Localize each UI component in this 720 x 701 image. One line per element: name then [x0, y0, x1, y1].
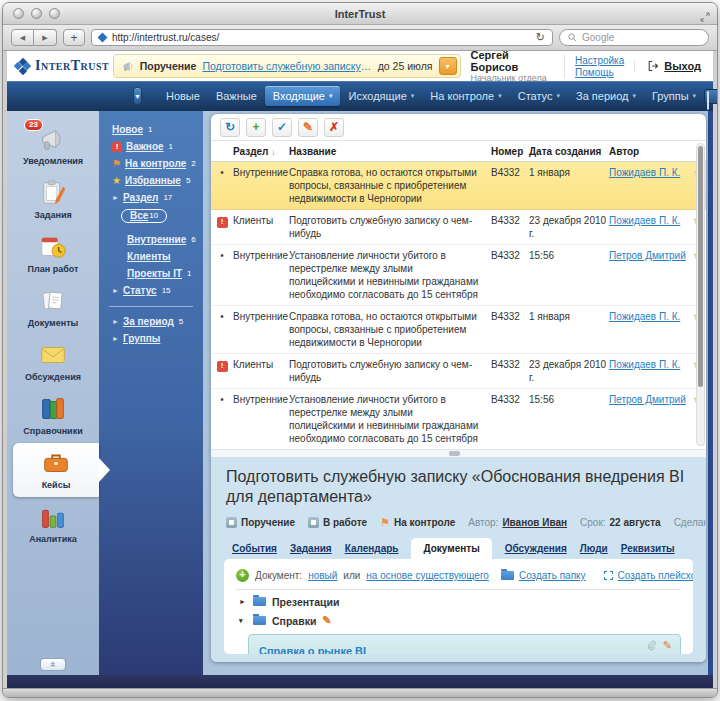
intertrust-logo[interactable]: InterTrust [15, 58, 113, 74]
table-row[interactable]: • Внутренние Установление личности убито… [211, 389, 706, 449]
column-date[interactable]: Дата создания [529, 146, 609, 157]
address-bar[interactable]: http://intertrust.ru/cases/ ↻ [91, 29, 553, 46]
tab-calendar[interactable]: Календарь [345, 543, 399, 559]
sidebar-item-analytics[interactable]: Аналитика [7, 497, 99, 551]
zoom-window-button[interactable] [49, 8, 60, 19]
author-link[interactable]: Пожидаев П. К. [609, 359, 680, 370]
tree-item-important[interactable]: !Важное1 [99, 138, 203, 155]
column-section[interactable]: Раздел ↓ [233, 146, 289, 157]
settings-link[interactable]: Настройка [575, 55, 624, 66]
nav-dropdown-button[interactable]: ▼ [133, 87, 142, 105]
table-row[interactable]: ! Клиенты Подготовить служебную записку … [211, 354, 706, 389]
folder-row-presentations[interactable]: ► Презентации [236, 590, 681, 609]
tree-item-control[interactable]: ⚑На контроле2 [99, 155, 203, 172]
folder-row-references[interactable]: ▾ Справки ✎ [236, 609, 681, 628]
author-link[interactable]: Пожидаев П. К. [609, 167, 680, 178]
case-author-link[interactable]: Иванов Иван [502, 517, 567, 528]
fullscreen-icon[interactable] [700, 8, 710, 26]
column-number[interactable]: Номер [491, 146, 529, 157]
table-row[interactable]: • Внутренние Установление личности убито… [211, 245, 706, 306]
create-placeholder-link[interactable]: Создать плейсхолдер [618, 570, 693, 581]
approve-button[interactable]: ✓ [272, 118, 292, 137]
reload-icon[interactable]: ↻ [536, 31, 545, 44]
tree-item-clients[interactable]: Клиенты [99, 248, 203, 265]
sidebar-item-tasks[interactable]: Задания [7, 173, 99, 227]
author-link[interactable]: Петров Дмитрий [609, 394, 686, 405]
tree-item-status[interactable]: ►Статус15 [99, 282, 203, 299]
add-document-icon[interactable]: + [236, 569, 249, 582]
sidebar-item-reference[interactable]: Справочники [7, 389, 99, 443]
edit-folder-icon[interactable]: ✎ [322, 615, 331, 626]
bottom-bar [7, 675, 713, 688]
table-row[interactable]: • Внутренние Справка готова, но остаются… [211, 306, 706, 354]
tab-requisites[interactable]: Реквизиты [621, 543, 675, 559]
tree-item-groups[interactable]: ►Группы [99, 330, 203, 347]
add-button[interactable]: + [246, 118, 266, 137]
nav-item-groups[interactable]: Группы▾ [644, 86, 704, 106]
logout-link[interactable]: Выход [664, 60, 701, 72]
tab-events[interactable]: События [232, 543, 277, 559]
nav-item-control[interactable]: На контроле▾ [422, 86, 509, 106]
notify-dropdown-button[interactable]: ▼ [439, 57, 457, 75]
nav-item-inbox[interactable]: Входящие▾ [265, 86, 341, 106]
nav-item-outbox[interactable]: Исходящие▾ [340, 86, 422, 106]
author-link[interactable]: Петров Дмитрий [609, 250, 686, 261]
new-document-link[interactable]: новый [308, 570, 337, 581]
tab-discussions[interactable]: Обсуждения [505, 543, 567, 559]
tree-item-internal[interactable]: Внутренние6 [99, 231, 203, 248]
split-view-button[interactable] [704, 89, 718, 104]
tab-tasks[interactable]: Задания [290, 543, 332, 559]
sidebar-item-cases[interactable]: Кейсы [13, 443, 99, 497]
close-window-button[interactable] [13, 8, 24, 19]
tree-item-favorites[interactable]: ★Избранные5 [99, 172, 203, 189]
search-bar[interactable]: Google [559, 29, 709, 46]
tab-people[interactable]: Люди [580, 543, 608, 559]
table-row[interactable]: ! Клиенты Подготовить служебную записку … [211, 210, 706, 245]
sidebar-item-discussions[interactable]: Обсуждения [7, 335, 99, 389]
vertical-scrollbar[interactable] [696, 143, 705, 446]
collapse-sidebar-button[interactable]: « [40, 658, 66, 671]
tree-item-new[interactable]: Новое1 [99, 121, 203, 138]
nav-item-important[interactable]: Важные [208, 86, 265, 106]
author-link[interactable]: Пожидаев П. К. [609, 215, 680, 226]
edit-button[interactable]: ✎ [298, 118, 318, 137]
forward-button[interactable]: ▶ [34, 29, 57, 46]
table-row[interactable]: • Внутренние Справка готова, но остаются… [211, 162, 706, 210]
minimize-window-button[interactable] [31, 8, 42, 19]
refresh-button[interactable]: ↻ [220, 118, 240, 137]
document-card[interactable]: Справка о рынке BI ✎ Внутренний Справка … [248, 634, 681, 654]
new-tab-button[interactable]: + [63, 29, 85, 46]
column-title[interactable]: Название [289, 146, 491, 157]
nav-item-status[interactable]: Статус▾ [510, 86, 568, 106]
from-existing-link[interactable]: на основе существующего [366, 570, 489, 581]
help-link[interactable]: Помощь [575, 67, 624, 78]
logout-block[interactable]: Выход [634, 60, 705, 72]
scrollbar-thumb[interactable] [449, 451, 460, 456]
nav-item-new[interactable]: Новые [158, 86, 208, 106]
nav-item-period[interactable]: За период▾ [568, 86, 644, 106]
column-author[interactable]: Автор [609, 146, 689, 157]
tree-item-all[interactable]: Все10 [99, 206, 203, 226]
sidebar-item-workplan[interactable]: План работ [7, 227, 99, 281]
scrollbar-thumb[interactable] [698, 146, 703, 387]
content-panel: ↻ + ✓ ✎ ✗ Раздел ↓ Название Номер Дата с… [211, 114, 706, 662]
notify-link[interactable]: Подготовить служебную записку о BI [202, 60, 371, 72]
tree-item-projects[interactable]: Проекты IT1 [99, 265, 203, 282]
delete-button[interactable]: ✗ [324, 118, 344, 137]
tab-documents[interactable]: Документы [411, 538, 491, 559]
bullet-icon: • [220, 311, 224, 322]
author-link[interactable]: Пожидаев П. К. [609, 311, 680, 322]
document-link[interactable]: Справка о рынке BI [259, 645, 366, 654]
back-button[interactable]: ◀ [11, 29, 34, 46]
sidebar-item-notifications[interactable]: 23 Уведомления [7, 119, 99, 173]
tree-item-period[interactable]: ►За период5 [99, 313, 203, 330]
badge-control: На контроле [394, 517, 455, 528]
tree-item-section[interactable]: ►Раздел17 [99, 189, 203, 206]
create-folder-link[interactable]: Создать папку [519, 570, 586, 581]
sidebar-item-documents[interactable]: Документы [7, 281, 99, 335]
horizontal-scrollbar[interactable] [211, 449, 706, 457]
placeholder-icon [604, 571, 613, 580]
alert-icon: ! [217, 361, 228, 372]
edit-document-icon[interactable]: ✎ [663, 640, 672, 651]
paperclip-icon[interactable] [646, 640, 657, 651]
